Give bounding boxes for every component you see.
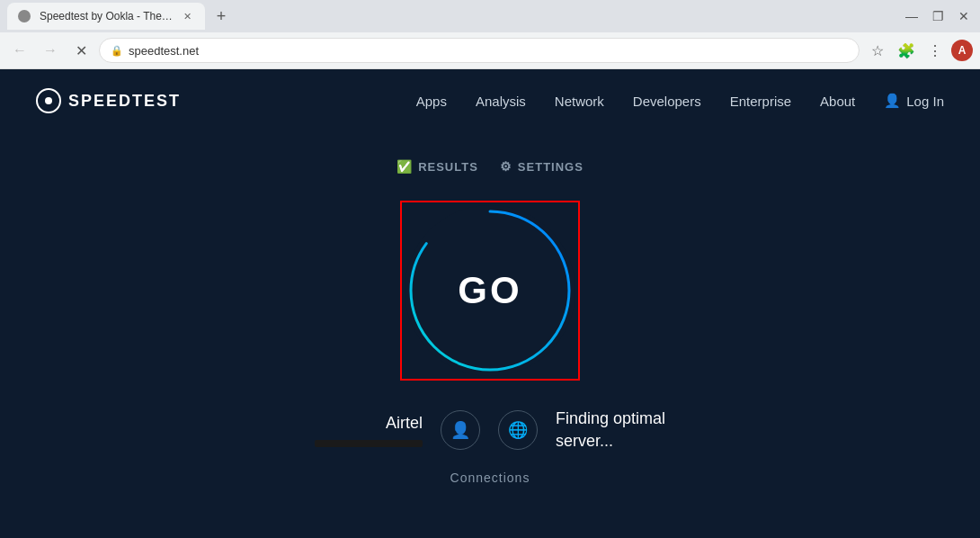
connections-section: Connections [450, 471, 530, 485]
reload-button[interactable]: ✕ [68, 38, 94, 63]
back-button[interactable]: ← [7, 38, 32, 63]
isp-section: Airtel [315, 414, 423, 447]
address-bar: ← → ✕ 🔒 speedtest.net ☆ 🧩 ⋮ A [0, 32, 980, 68]
isp-name: Airtel [386, 414, 423, 433]
window-controls: — ❐ ✕ [902, 7, 973, 25]
site-nav: SPEEDTEST Apps Analysis Network Develope… [0, 69, 980, 132]
finding-line1: Finding optimal [556, 408, 665, 430]
window-minimize-button[interactable]: — [902, 7, 922, 25]
website-content: SPEEDTEST Apps Analysis Network Develope… [0, 69, 980, 538]
extensions-button[interactable]: 🧩 [894, 38, 919, 63]
profile-icon[interactable]: A [951, 40, 973, 61]
nav-links: Apps Analysis Network Developers Enterpr… [416, 93, 944, 109]
url-bar[interactable]: 🔒 speedtest.net [99, 38, 860, 63]
tab-title: Speedtest by Ookla - The Globa [40, 10, 174, 22]
active-tab[interactable]: Speedtest by Ookla - The Globa ✕ [7, 3, 205, 30]
bookmark-button[interactable]: ☆ [865, 38, 890, 63]
tabs-bar: ✅ RESULTS ⚙ SETTINGS [396, 159, 584, 174]
nav-link-developers[interactable]: Developers [633, 94, 701, 109]
browser-chrome: Speedtest by Ookla - The Globa ✕ + — ❐ ✕… [0, 0, 980, 69]
new-tab-button[interactable]: + [209, 4, 234, 29]
main-content: ✅ RESULTS ⚙ SETTINGS [0, 132, 980, 538]
login-icon: 👤 [884, 93, 901, 109]
nav-link-about[interactable]: About [820, 94, 855, 109]
window-restore-button[interactable]: ❐ [929, 7, 948, 25]
menu-button[interactable]: ⋮ [922, 38, 948, 63]
tab-favicon [18, 10, 31, 22]
go-circle-wrapper: GO [400, 201, 580, 381]
go-label: GO [458, 269, 521, 312]
url-text: speedtest.net [129, 44, 199, 58]
window-close-button[interactable]: ✕ [955, 7, 973, 25]
logo-icon [36, 88, 61, 113]
results-icon: ✅ [396, 159, 413, 174]
go-button[interactable]: GO [405, 205, 575, 376]
user-icon-circle: 👤 [441, 410, 480, 450]
settings-label: SETTINGS [518, 160, 584, 174]
login-button[interactable]: 👤 Log In [884, 93, 944, 109]
globe-icon-circle: 🌐 [498, 410, 538, 450]
tab-bar: Speedtest by Ookla - The Globa ✕ + — ❐ ✕ [0, 0, 980, 32]
settings-icon: ⚙ [500, 159, 512, 174]
results-label: RESULTS [418, 160, 478, 174]
bottom-info: Airtel 👤 🌐 Finding optimal server... [315, 408, 665, 453]
globe-icon: 🌐 [508, 420, 528, 440]
user-icon: 👤 [450, 420, 470, 440]
site-logo[interactable]: SPEEDTEST [36, 88, 181, 113]
toolbar-icons: ☆ 🧩 ⋮ A [865, 38, 973, 63]
nav-link-network[interactable]: Network [555, 94, 604, 109]
nav-link-apps[interactable]: Apps [416, 94, 447, 109]
nav-link-analysis[interactable]: Analysis [476, 94, 526, 109]
forward-button[interactable]: → [38, 38, 63, 63]
tab-close-button[interactable]: ✕ [180, 9, 194, 23]
lock-icon: 🔒 [111, 45, 123, 57]
logo-text: SPEEDTEST [68, 92, 181, 111]
finding-text: Finding optimal server... [556, 408, 665, 453]
finding-line2: server... [556, 430, 665, 453]
connections-label: Connections [450, 471, 530, 485]
nav-link-enterprise[interactable]: Enterprise [730, 94, 791, 109]
login-label: Log In [906, 94, 944, 109]
isp-redacted-bar [315, 440, 423, 447]
settings-tab[interactable]: ⚙ SETTINGS [500, 159, 584, 174]
results-tab[interactable]: ✅ RESULTS [396, 159, 478, 174]
